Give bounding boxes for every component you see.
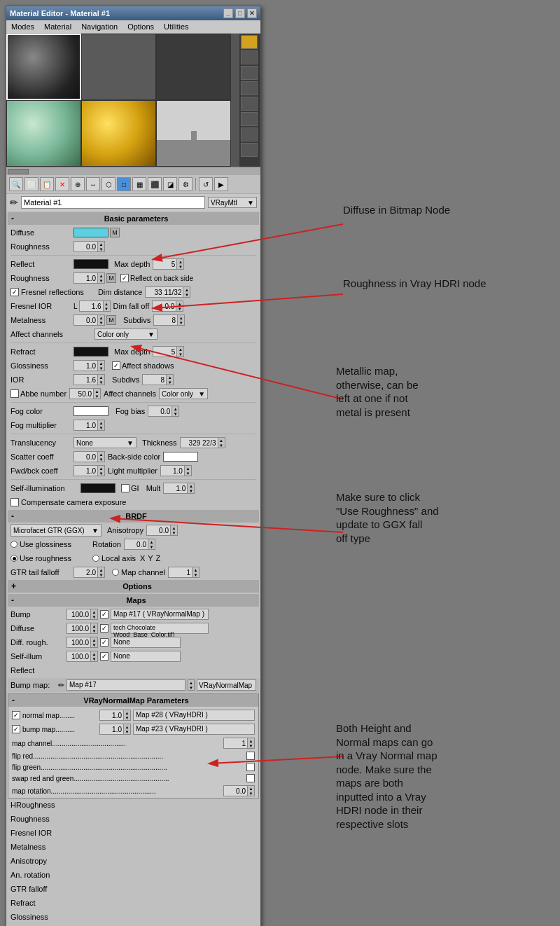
compensate-cb[interactable] (10, 498, 19, 506)
gtr-tail-input[interactable] (74, 567, 98, 578)
thumb-sidebar-btn-4[interactable] (241, 81, 258, 95)
maps-header[interactable]: - Maps (8, 594, 259, 607)
local-axis-radio[interactable] (92, 555, 99, 562)
glossiness-spinner[interactable]: ▲ ▼ (98, 360, 105, 371)
backside-color[interactable] (163, 452, 198, 462)
thumbnail-5[interactable] (81, 100, 156, 167)
map-rotation-input[interactable] (223, 785, 248, 796)
map-channel-vray-spinner[interactable]: ▲ ▼ (248, 738, 255, 749)
diffuse-color[interactable] (74, 228, 108, 237)
fresnel-cb[interactable] (10, 288, 19, 296)
self-illum-map-cb[interactable] (100, 652, 108, 661)
thickness-input[interactable] (180, 437, 218, 448)
toolbar-btn-delete[interactable]: ✕ (55, 177, 69, 191)
light-mult-input[interactable] (160, 465, 185, 476)
diffuse-map-val-input[interactable] (66, 623, 91, 634)
abbe-cb[interactable] (10, 389, 19, 398)
light-mult-spinner[interactable]: ▲ ▼ (185, 465, 192, 476)
bump-map-value[interactable]: Map #17 ( VRayNormalMap ) (111, 609, 209, 620)
reflect-color[interactable] (74, 259, 108, 269)
flip-green-cb[interactable] (246, 763, 255, 771)
vray-bump-map-spinner[interactable]: ▲ ▼ (124, 724, 131, 735)
brdf-header[interactable]: - BRDF (8, 510, 259, 523)
scatter-spinner[interactable]: ▲ ▼ (98, 451, 105, 462)
eyedropper-icon[interactable]: ✏ (10, 197, 18, 208)
toolbar-btn-6[interactable]: ↔ (86, 177, 100, 191)
anisotropy-spinner[interactable]: ▲ ▼ (171, 525, 178, 536)
toolbar-btn-7[interactable]: ⬡ (102, 177, 115, 191)
bump-map-spinner[interactable]: ▲ ▼ (188, 679, 195, 691)
metalness-input[interactable] (74, 315, 98, 326)
fwd-bck-spinner[interactable]: ▲ ▼ (98, 465, 105, 476)
thumb-sidebar-btn-7[interactable] (241, 127, 258, 141)
dim-distance-spinner[interactable]: ▲ ▼ (183, 286, 190, 298)
vray-bump-map-cb[interactable] (12, 725, 20, 733)
max-depth-input[interactable] (153, 258, 177, 270)
max-depth-spinner[interactable]: ▲ ▼ (177, 258, 184, 270)
affect-channels-r-dropdown[interactable]: Color only ▼ (94, 329, 158, 340)
thickness-spinner[interactable]: ▲ ▼ (218, 437, 225, 448)
thumb-sidebar-btn-2[interactable] (241, 50, 258, 64)
max-depth-ref-spinner[interactable]: ▲ ▼ (177, 346, 184, 357)
thumbnail-6[interactable] (156, 100, 231, 167)
restore-button[interactable]: □ (235, 8, 245, 18)
normal-map-cb[interactable] (12, 711, 20, 719)
bump-val-input[interactable] (66, 609, 91, 620)
material-name-input[interactable] (21, 196, 205, 209)
toolbar-btn-2[interactable]: ⬜ (24, 177, 38, 191)
map-channel-input[interactable] (168, 567, 192, 578)
bump-val-spinner[interactable]: ▲ ▼ (91, 609, 98, 620)
toolbar-btn-10[interactable]: ⬛ (148, 177, 162, 191)
rotation-input[interactable] (124, 539, 148, 550)
subdivs-r-spinner[interactable]: ▲ ▼ (178, 315, 185, 326)
toolbar-btn-13[interactable]: ↺ (199, 177, 213, 191)
fog-mult-input[interactable] (74, 420, 98, 431)
diffuse-m-button[interactable]: M (110, 228, 120, 237)
scatter-input[interactable] (74, 451, 98, 462)
subdivs-ref-spinner[interactable]: ▲ ▼ (167, 374, 174, 385)
thumb-sidebar-btn-6[interactable] (241, 112, 258, 126)
toolbar-btn-11[interactable]: ◪ (163, 177, 177, 191)
dim-distance-input[interactable] (145, 286, 183, 298)
subdivs-r-input[interactable] (153, 315, 178, 326)
bump-map-input[interactable]: Map #17 (66, 679, 186, 691)
self-illum-color[interactable] (80, 483, 115, 493)
abbe-input[interactable] (69, 388, 94, 399)
toolbar-btn-8[interactable]: □ (117, 177, 131, 191)
affect-channels-ref-dropdown[interactable]: Color only ▼ (159, 388, 208, 399)
rotation-spinner[interactable]: ▲ ▼ (148, 539, 155, 550)
toolbar-btn-5[interactable]: ⊕ (71, 177, 85, 191)
roughness-input[interactable] (74, 241, 98, 252)
refract-color[interactable] (74, 347, 108, 357)
toolbar-btn-9[interactable]: ▦ (132, 177, 146, 191)
vray-bump-map-val-input[interactable] (99, 724, 124, 735)
subdivs-ref-input[interactable] (142, 374, 167, 385)
normal-map-val-input[interactable] (99, 710, 124, 721)
self-illum-map-val-input[interactable] (66, 651, 91, 662)
material-type-dropdown[interactable]: VRayMtl ▼ (208, 197, 257, 208)
abbe-spinner[interactable]: ▲ ▼ (94, 388, 101, 399)
diff-rough-map-value[interactable]: None (111, 637, 181, 648)
menu-utilities[interactable]: Utilities (162, 22, 190, 32)
fog-bias-input[interactable] (148, 406, 172, 417)
menu-modes[interactable]: Modes (9, 22, 36, 32)
thumbnail-1[interactable] (6, 34, 81, 100)
bump-enabled-cb[interactable] (100, 610, 108, 619)
flip-red-cb[interactable] (246, 752, 255, 760)
glossiness-input[interactable] (74, 360, 98, 371)
ior-input[interactable] (74, 374, 98, 385)
mult-spinner[interactable]: ▲ ▼ (188, 483, 195, 494)
diffuse-map-cb[interactable] (100, 624, 108, 633)
thumb-sidebar-btn-8[interactable] (241, 143, 258, 157)
map-channel-spinner[interactable]: ▲ ▼ (192, 567, 200, 578)
toolbar-btn-3[interactable]: 📋 (40, 177, 54, 191)
metalness-m[interactable]: M (106, 315, 116, 325)
self-illum-val-spinner[interactable]: ▲ ▼ (91, 651, 98, 662)
fog-bias-spinner[interactable]: ▲ ▼ (172, 406, 179, 417)
diffuse-map-value[interactable]: tech Chocolate Wood_Base_Color.tif) (111, 623, 209, 634)
self-illum-gi-cb[interactable] (121, 484, 130, 492)
toolbar-btn-1[interactable]: 🔍 (9, 177, 23, 191)
reflect-roughness-input[interactable] (74, 272, 98, 284)
thumbnail-2[interactable] (81, 34, 156, 100)
toolbar-btn-14[interactable]: ▶ (214, 177, 228, 191)
